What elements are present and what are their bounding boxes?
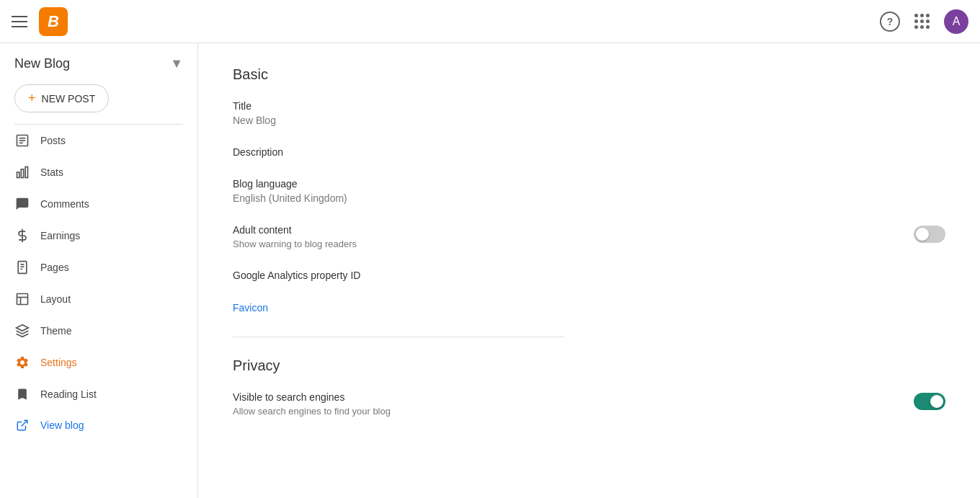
view-blog-label: View blog — [40, 419, 84, 431]
visible-search-toggle[interactable] — [914, 393, 945, 410]
sidebar-item-theme[interactable]: Theme — [0, 315, 197, 347]
title-setting: Title New Blog — [233, 100, 945, 126]
sidebar-item-settings-label: Settings — [40, 357, 77, 368]
settings-icon — [14, 355, 30, 370]
comments-icon — [14, 197, 30, 211]
description-setting: Description — [233, 146, 945, 158]
blog-language-value: English (United Kingdom) — [233, 192, 945, 204]
new-post-label: NEW POST — [42, 93, 96, 105]
adult-content-label: Adult content — [233, 224, 914, 236]
sidebar-item-stats-label: Stats — [40, 166, 63, 178]
new-post-button[interactable]: + NEW POST — [14, 84, 109, 112]
theme-icon — [14, 324, 30, 338]
visible-search-info: Visible to search engines Allow search e… — [233, 391, 914, 417]
svg-rect-6 — [25, 167, 27, 178]
adult-content-thumb — [916, 228, 929, 241]
sidebar-item-comments-label: Comments — [40, 198, 89, 210]
privacy-section-title: Privacy — [233, 357, 945, 374]
adult-content-track[interactable] — [914, 226, 945, 243]
sidebar-item-settings[interactable]: Settings — [0, 347, 197, 378]
basic-section-title: Basic — [233, 66, 945, 83]
sidebar-item-pages[interactable]: Pages — [0, 252, 197, 283]
sidebar: New Blog ▼ + NEW POST Posts Stats — [0, 43, 198, 498]
google-analytics-setting: Google Analytics property ID — [233, 270, 945, 281]
external-link-icon — [14, 419, 30, 432]
sidebar-item-reading-list[interactable]: Reading List — [0, 378, 197, 410]
avatar[interactable]: A — [944, 9, 968, 34]
visible-search-setting: Visible to search engines Allow search e… — [233, 391, 945, 417]
favicon-link[interactable]: Favicon — [233, 302, 268, 314]
svg-line-15 — [22, 420, 27, 426]
sidebar-item-stats[interactable]: Stats — [0, 156, 197, 188]
blogger-logo: B — [39, 7, 68, 36]
topbar-left: B — [12, 7, 68, 36]
hamburger-icon[interactable] — [12, 16, 27, 27]
sidebar-item-posts-label: Posts — [40, 135, 66, 146]
stats-icon — [14, 165, 30, 179]
blog-language-setting: Blog language English (United Kingdom) — [233, 178, 945, 204]
view-blog-item[interactable]: View blog — [0, 410, 197, 440]
plus-icon: + — [28, 91, 36, 106]
topbar-right: ? A — [880, 9, 968, 34]
earnings-icon — [14, 228, 30, 243]
sidebar-item-comments[interactable]: Comments — [0, 188, 197, 220]
section-divider — [233, 337, 564, 337]
visible-search-label: Visible to search engines — [233, 391, 914, 403]
sidebar-item-earnings-label: Earnings — [40, 230, 80, 241]
sidebar-item-layout-label: Layout — [40, 293, 71, 305]
help-icon[interactable]: ? — [880, 12, 900, 32]
pages-icon — [14, 260, 30, 275]
adult-content-info: Adult content Show warning to blog reade… — [233, 224, 914, 249]
title-label: Title — [233, 100, 945, 112]
description-label: Description — [233, 146, 945, 158]
visible-search-sub: Allow search engines to find your blog — [233, 406, 914, 417]
blog-title: New Blog — [14, 56, 70, 71]
visible-search-track[interactable] — [914, 393, 945, 410]
content-area: Basic Title New Blog Description Blog la… — [198, 43, 980, 498]
favicon-setting: Favicon — [233, 301, 945, 316]
sidebar-item-theme-label: Theme — [40, 325, 72, 337]
svg-rect-5 — [21, 169, 23, 178]
blog-language-label: Blog language — [233, 178, 945, 190]
adult-content-toggle[interactable] — [914, 226, 945, 243]
grid-icon[interactable] — [914, 14, 930, 29]
sidebar-item-layout[interactable]: Layout — [0, 283, 197, 315]
sidebar-item-posts[interactable]: Posts — [0, 125, 197, 156]
svg-rect-12 — [17, 294, 28, 305]
topbar: B ? A — [0, 0, 980, 43]
sidebar-item-pages-label: Pages — [40, 262, 69, 273]
blog-dropdown-arrow[interactable]: ▼ — [170, 56, 183, 71]
title-value: New Blog — [233, 115, 945, 126]
svg-rect-4 — [17, 172, 19, 178]
main-layout: New Blog ▼ + NEW POST Posts Stats — [0, 43, 980, 498]
reading-list-icon — [14, 387, 30, 401]
adult-content-setting: Adult content Show warning to blog reade… — [233, 224, 945, 249]
sidebar-item-reading-list-label: Reading List — [40, 388, 97, 400]
visible-search-thumb — [930, 395, 943, 408]
google-analytics-label: Google Analytics property ID — [233, 270, 945, 281]
blog-title-row: New Blog ▼ — [0, 43, 197, 79]
adult-content-sub: Show warning to blog readers — [233, 239, 914, 249]
sidebar-item-earnings[interactable]: Earnings — [0, 220, 197, 252]
layout-icon — [14, 292, 30, 306]
posts-icon — [14, 133, 30, 148]
